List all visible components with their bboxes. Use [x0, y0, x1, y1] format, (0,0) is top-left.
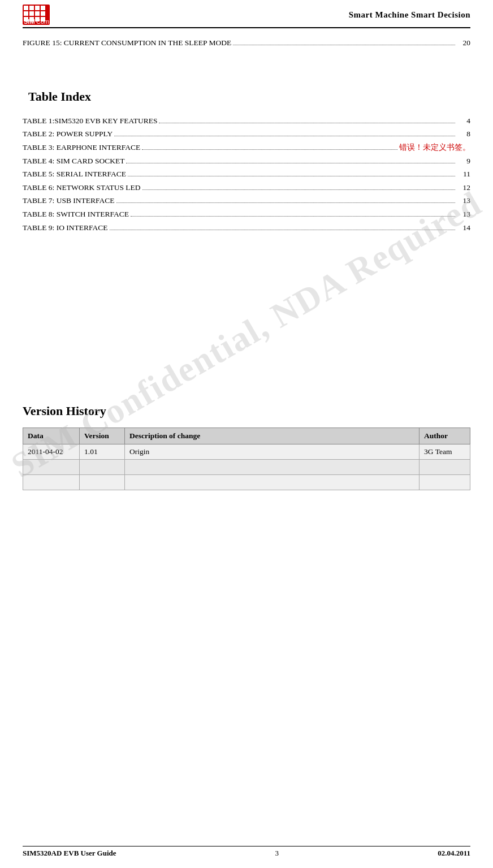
toc-fill-5 [128, 176, 455, 176]
toc-fill-1 [159, 123, 455, 123]
version-table-header-row: Data Version Description of change Autho… [23, 428, 470, 444]
version-history-table: Data Version Description of change Autho… [23, 427, 470, 490]
toc-fill-3 [142, 149, 397, 150]
toc-row-8: TABLE 8: SWITCH INTERFACE 13 [23, 208, 470, 221]
version-row-2-version [80, 460, 125, 475]
version-row-3-data [23, 475, 80, 490]
spacer-large [23, 240, 470, 398]
toc-label-7: TABLE 7: USB INTERFACE [23, 194, 115, 208]
toc-row-3: TABLE 3: EARPHONE INTERFACE 错误！未定义书签。 [23, 141, 470, 154]
toc-page-2: 8 [457, 127, 470, 141]
svg-text:Com: Com [36, 18, 49, 25]
svg-rect-4 [41, 6, 45, 10]
toc-page-4: 9 [457, 154, 470, 168]
version-row-3-description [125, 475, 420, 490]
toc-label-9: TABLE 9: IO INTERFACE [23, 221, 108, 235]
header-tagline: Smart Machine Smart Decision [349, 10, 470, 20]
toc-label-6: TABLE 6: NETWORK STATUS LED [23, 181, 141, 195]
version-row-1-description: Origin [125, 444, 420, 460]
toc-label-2: TABLE 2: POWER SUPPLY [23, 127, 113, 141]
figure-page: 20 [457, 36, 470, 50]
footer-date: 02.04.2011 [438, 849, 470, 858]
toc-page-1: 4 [457, 114, 470, 128]
col-header-version: Version [80, 428, 125, 444]
figure-entry: FIGURE 15: CURRENT CONSUMPTION IN THE SL… [23, 36, 470, 50]
logo-area: SIM Com [23, 5, 52, 25]
svg-text:SIM: SIM [24, 18, 35, 25]
toc-row-7: TABLE 7: USB INTERFACE 13 [23, 194, 470, 208]
toc-row-9: TABLE 9: IO INTERFACE 14 [23, 221, 470, 235]
toc-fill-4 [126, 163, 455, 163]
version-row-3 [23, 475, 470, 490]
footer-page-number: 3 [275, 849, 279, 858]
col-header-description: Description of change [125, 428, 420, 444]
toc-page-8: 13 [457, 208, 470, 221]
figure-label: FIGURE 15: CURRENT CONSUMPTION IN THE SL… [23, 36, 231, 50]
svg-rect-2 [29, 6, 34, 10]
svg-rect-8 [41, 11, 45, 16]
toc-label-4: TABLE 4: SIM CARD SOCKET [23, 154, 124, 168]
toc-page-7: 13 [457, 194, 470, 208]
figure-fill [233, 45, 455, 45]
version-row-2 [23, 460, 470, 475]
toc-page-3-error: 错误！未定义书签。 [399, 141, 470, 154]
version-row-2-author [420, 460, 470, 475]
toc-label-3: TABLE 3: EARPHONE INTERFACE [23, 141, 140, 154]
version-row-2-description [125, 460, 420, 475]
toc-fill-9 [110, 230, 455, 230]
spacer-2 [23, 67, 470, 84]
svg-rect-1 [24, 6, 28, 10]
toc-page-9: 14 [457, 221, 470, 235]
col-header-data: Data [23, 428, 80, 444]
toc-page-6: 12 [457, 181, 470, 195]
toc-row-2: TABLE 2: POWER SUPPLY 8 [23, 127, 470, 141]
toc-fill-8 [131, 216, 455, 217]
simcom-logo-icon: SIM Com [23, 5, 50, 25]
toc-fill-2 [114, 136, 455, 136]
toc-label-8: TABLE 8: SWITCH INTERFACE [23, 208, 129, 221]
toc-fill-6 [142, 189, 455, 190]
toc-label-1: TABLE 1:SIM5320 EVB KEY FEATURES [23, 114, 157, 128]
page-footer: SIM5320AD EVB User Guide 3 02.04.2011 [23, 846, 470, 858]
version-row-1: 2011-04-02 1.01 Origin 3G Team [23, 444, 470, 460]
svg-rect-7 [35, 11, 40, 16]
toc-fill-7 [116, 202, 455, 203]
svg-rect-6 [29, 11, 34, 16]
main-content: FIGURE 15: CURRENT CONSUMPTION IN THE SL… [23, 32, 470, 490]
toc-row-6: TABLE 6: NETWORK STATUS LED 12 [23, 181, 470, 195]
toc-page-5: 11 [457, 167, 470, 181]
table-index-list: TABLE 1:SIM5320 EVB KEY FEATURES 4 TABLE… [23, 114, 470, 235]
version-row-3-version [80, 475, 125, 490]
toc-row-4: TABLE 4: SIM CARD SOCKET 9 [23, 154, 470, 168]
version-row-1-data: 2011-04-02 [23, 444, 80, 460]
toc-row-5: TABLE 5: SERIAL INTERFACE 11 [23, 167, 470, 181]
footer-document-title: SIM5320AD EVB User Guide [23, 849, 116, 858]
svg-rect-3 [35, 6, 40, 10]
col-header-author: Author [420, 428, 470, 444]
page-header: SIM Com Smart Machine Smart Decision [23, 0, 470, 28]
spacer-1 [23, 50, 470, 67]
svg-rect-5 [24, 11, 28, 16]
toc-row-1: TABLE 1:SIM5320 EVB KEY FEATURES 4 [23, 114, 470, 128]
toc-label-5: TABLE 5: SERIAL INTERFACE [23, 167, 126, 181]
table-index-heading: Table Index [23, 89, 470, 104]
version-row-2-data [23, 460, 80, 475]
version-history-heading: Version History [23, 404, 470, 418]
version-row-1-version: 1.01 [80, 444, 125, 460]
version-row-1-author: 3G Team [420, 444, 470, 460]
version-row-3-author [420, 475, 470, 490]
